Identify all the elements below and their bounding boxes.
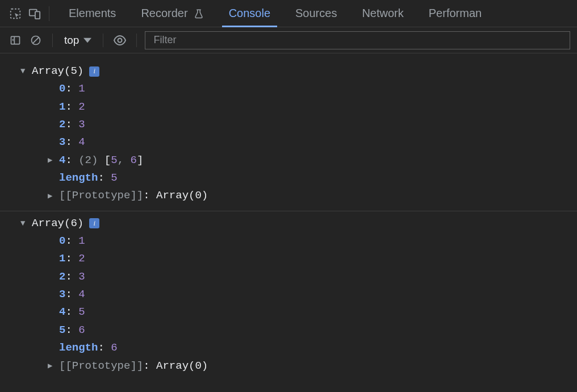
tab-label: Sources	[295, 7, 337, 20]
property-key: 0	[59, 232, 65, 250]
tab-recorder[interactable]: Recorder	[129, 0, 215, 27]
property-value: 3	[78, 116, 85, 134]
property-key: [[Prototype]]	[59, 357, 143, 375]
property-value: 4	[78, 134, 85, 151]
devtools-tab-bar: Elements Recorder Console Sources Networ…	[0, 0, 577, 27]
tab-label: Console	[229, 7, 270, 20]
property-row[interactable]: 3: 4	[0, 286, 577, 303]
object-summary-row[interactable]: Array(5) i	[0, 62, 577, 80]
svg-rect-2	[35, 11, 40, 19]
property-value: Array(0)	[156, 187, 208, 205]
prototype-row[interactable]: [[Prototype]]: Array(0)	[0, 357, 577, 375]
property-value: 3	[78, 268, 85, 286]
separator	[49, 6, 49, 21]
length-row[interactable]: length: 5	[0, 169, 577, 187]
console-toolbar: top	[0, 27, 577, 53]
device-toolbar-icon[interactable]	[26, 5, 43, 22]
filter-wrap	[145, 31, 570, 49]
nested-value: 5	[111, 152, 117, 169]
property-row[interactable]: 2: 3	[0, 116, 577, 134]
property-value: 6	[111, 339, 117, 357]
length-row[interactable]: length: 6	[0, 339, 577, 357]
prototype-row[interactable]: [[Prototype]]: Array(0)	[0, 187, 577, 205]
property-value: 5	[111, 169, 117, 187]
tab-performance[interactable]: Performan	[417, 0, 493, 27]
tab-label: Recorder	[141, 7, 187, 20]
log-entry: Array(5) i 0: 1 1: 2 2: 3 3: 4 4: (2) [5…	[0, 59, 577, 211]
svg-line-7	[33, 37, 39, 43]
property-row[interactable]: 4: 5	[0, 303, 577, 321]
filter-input[interactable]	[145, 31, 570, 49]
svg-rect-4	[11, 36, 20, 44]
expand-arrow-right-icon[interactable]	[48, 154, 59, 167]
live-expression-icon[interactable]	[111, 32, 128, 49]
object-summary: Array(6)	[32, 215, 83, 232]
chevron-down-icon	[83, 36, 91, 44]
expand-arrow-right-icon[interactable]	[48, 360, 59, 373]
property-value: 5	[78, 303, 85, 321]
property-row[interactable]: 5: 6	[0, 322, 577, 339]
property-row[interactable]: 0: 1	[0, 232, 577, 250]
property-value: 1	[78, 80, 85, 98]
tab-label: Performan	[429, 7, 482, 20]
nested-count: (2)	[78, 152, 98, 169]
separator	[103, 34, 103, 47]
flask-icon	[194, 9, 204, 19]
property-key: [[Prototype]]	[59, 187, 143, 205]
separator	[52, 34, 53, 47]
property-row[interactable]: 1: 2	[0, 250, 577, 268]
property-key: 0	[59, 80, 65, 98]
property-key: 5	[59, 322, 65, 339]
property-key: 3	[59, 286, 65, 303]
tab-network[interactable]: Network	[350, 0, 415, 27]
clear-console-icon[interactable]	[27, 32, 44, 49]
tab-label: Network	[362, 7, 403, 20]
property-row[interactable]: 3: 4	[0, 134, 577, 151]
expand-arrow-down-icon[interactable]	[20, 217, 32, 230]
property-key: 4	[59, 303, 65, 321]
tab-elements[interactable]: Elements	[57, 0, 127, 27]
info-badge-icon[interactable]: i	[89, 66, 99, 77]
nested-value: 6	[130, 152, 136, 169]
tab-label: Elements	[69, 7, 116, 20]
property-value: 2	[78, 98, 85, 116]
console-output: Array(5) i 0: 1 1: 2 2: 3 3: 4 4: (2) [5…	[0, 53, 577, 381]
object-summary-row[interactable]: Array(6) i	[0, 215, 577, 232]
info-badge-icon[interactable]: i	[89, 218, 99, 228]
property-key: 1	[59, 98, 65, 116]
tab-sources[interactable]: Sources	[284, 0, 348, 27]
inspect-element-icon[interactable]	[7, 5, 24, 22]
property-row[interactable]: 2: 3	[0, 268, 577, 286]
property-value: 2	[78, 250, 85, 268]
toggle-sidebar-icon[interactable]	[7, 32, 24, 49]
property-row[interactable]: 0: 1	[0, 80, 577, 98]
expand-arrow-right-icon[interactable]	[48, 190, 59, 203]
property-value: Array(0)	[156, 357, 208, 375]
property-key: 3	[59, 134, 65, 151]
property-key: 2	[59, 116, 65, 134]
separator	[136, 34, 137, 47]
property-value: 6	[78, 322, 85, 339]
property-value: 1	[78, 232, 85, 250]
property-value: 4	[78, 286, 85, 303]
property-row-nested[interactable]: 4: (2) [5, 6]	[0, 152, 577, 169]
context-label: top	[64, 34, 79, 47]
property-row[interactable]: 1: 2	[0, 98, 577, 116]
object-summary: Array(5)	[32, 62, 83, 80]
context-selector[interactable]: top	[61, 34, 95, 47]
log-entry: Array(6) i 0: 1 1: 2 2: 3 3: 4 4: 5 5: 6…	[0, 211, 577, 381]
svg-point-8	[118, 38, 122, 42]
tab-console[interactable]: Console	[218, 0, 282, 27]
property-key: 2	[59, 268, 65, 286]
expand-arrow-down-icon[interactable]	[20, 65, 32, 78]
property-key: length	[59, 169, 98, 187]
property-key: 4	[59, 152, 65, 169]
property-key: length	[59, 339, 98, 357]
property-key: 1	[59, 250, 65, 268]
